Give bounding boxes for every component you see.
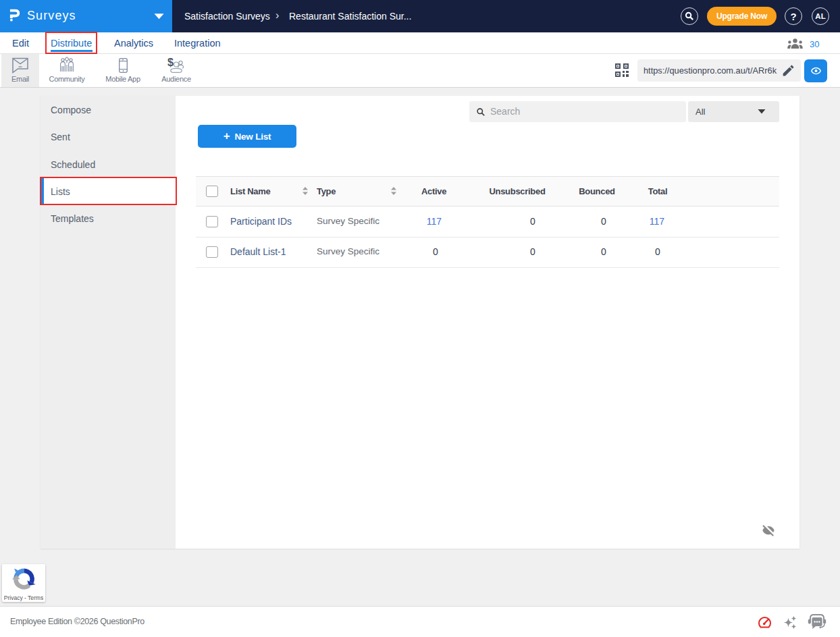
svg-text:$: $: [167, 57, 174, 68]
